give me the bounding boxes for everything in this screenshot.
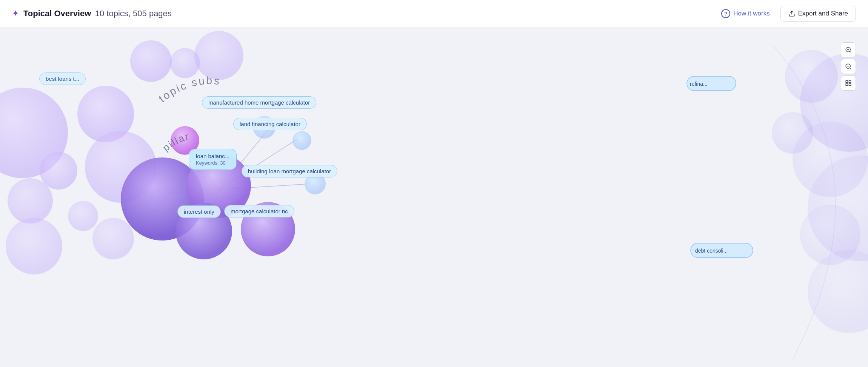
canvas-area[interactable]: topic subs pillar refina... debt consoli…	[0, 27, 868, 367]
svg-rect-48	[849, 80, 851, 82]
export-label: Export and Share	[798, 10, 848, 17]
network-svg: topic subs pillar refina... debt consoli…	[0, 27, 868, 367]
header: ✦ Topical Overview 10 topics, 505 pages …	[0, 0, 868, 27]
svg-point-29	[175, 203, 232, 259]
svg-point-30	[241, 202, 295, 256]
header-left: ✦ Topical Overview 10 topics, 505 pages	[12, 9, 172, 19]
svg-rect-50	[849, 84, 851, 86]
svg-text:refina...: refina...	[690, 81, 708, 87]
svg-point-5	[8, 178, 53, 224]
svg-point-15	[772, 112, 813, 154]
how-it-works-button[interactable]: ? How it works	[717, 6, 774, 21]
svg-rect-47	[846, 80, 848, 82]
svg-point-9	[130, 40, 172, 82]
svg-text:topic subs: topic subs	[157, 75, 222, 105]
svg-point-31	[253, 116, 275, 139]
zoom-out-button[interactable]	[841, 59, 856, 74]
fit-button[interactable]	[841, 76, 856, 91]
svg-line-41	[850, 51, 851, 52]
sparkle-icon: ✦	[12, 9, 19, 19]
export-share-button[interactable]: Export and Share	[780, 6, 856, 22]
zoom-out-icon	[845, 63, 852, 70]
question-icon: ?	[721, 9, 730, 18]
svg-point-18	[808, 250, 868, 333]
zoom-in-button[interactable]	[841, 42, 856, 57]
zoom-controls	[841, 42, 856, 91]
svg-point-33	[305, 173, 326, 194]
svg-text:debt consoli...: debt consoli...	[695, 248, 728, 254]
svg-line-45	[850, 68, 851, 69]
svg-point-7	[6, 218, 62, 274]
svg-point-8	[92, 218, 134, 259]
header-right: ? How it works Export and Share	[717, 6, 856, 22]
app-container: ✦ Topical Overview 10 topics, 505 pages …	[0, 0, 868, 367]
svg-point-3	[40, 152, 77, 190]
how-it-works-label: How it works	[733, 10, 770, 17]
page-meta: 10 topics, 505 pages	[95, 9, 172, 18]
zoom-in-icon	[845, 46, 852, 53]
svg-rect-49	[846, 84, 848, 86]
svg-point-11	[194, 31, 243, 80]
svg-point-13	[785, 50, 838, 103]
fit-icon	[845, 80, 852, 86]
svg-point-32	[292, 131, 311, 150]
export-icon	[788, 10, 795, 17]
page-title: Topical Overview	[23, 9, 91, 18]
svg-point-6	[68, 201, 98, 231]
